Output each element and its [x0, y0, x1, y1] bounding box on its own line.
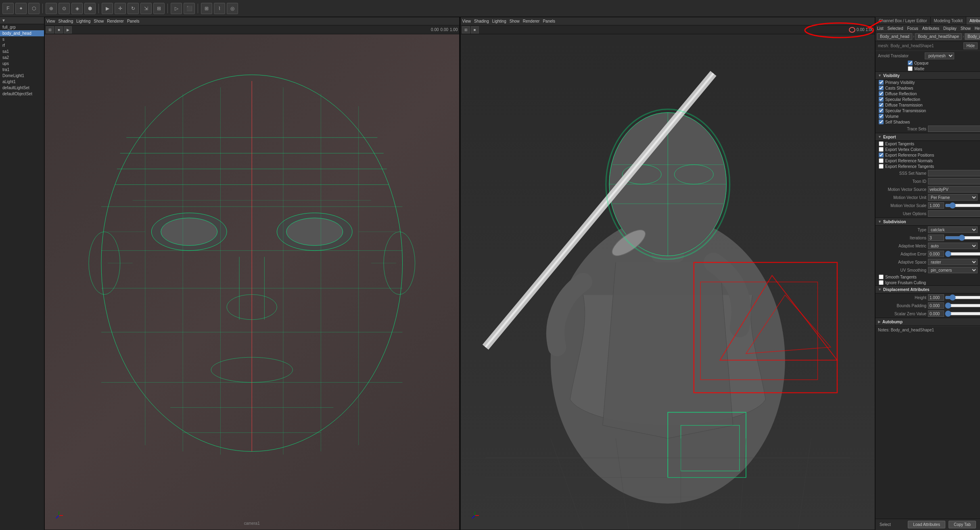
- breadcrumb-body-head[interactable]: Body_and_head: [877, 33, 912, 40]
- arnold-translator-select[interactable]: polymesh: [925, 52, 954, 59]
- motion-vector-unit-select[interactable]: Per Frame: [928, 194, 978, 201]
- smooth-tangents-checkbox[interactable]: [879, 274, 884, 279]
- subdiv-iterations-slider[interactable]: [945, 235, 980, 241]
- primary-visibility-checkbox[interactable]: [879, 80, 884, 85]
- attr-menu-attributes[interactable]: Attributes: [922, 26, 939, 31]
- sidebar-item-domelight1[interactable]: DomeLight1: [0, 73, 44, 79]
- adaptive-error-slider[interactable]: [945, 251, 980, 257]
- displacement-height-number[interactable]: [928, 294, 944, 301]
- scale-tool-icon[interactable]: ⇲: [140, 3, 152, 14]
- vp-left-menu-lighting[interactable]: Lighting: [76, 19, 90, 23]
- motion-vector-source-input[interactable]: [928, 186, 980, 193]
- sidebar-item-tra1[interactable]: tra1: [0, 67, 44, 73]
- motion-vector-scale-number[interactable]: [928, 202, 944, 209]
- sidebar-item-ups[interactable]: ups: [0, 61, 44, 67]
- vp-left-menu-view[interactable]: View: [46, 19, 55, 23]
- load-attributes-button[interactable]: Load Attributes: [908, 521, 945, 528]
- specular-transmission-checkbox[interactable]: [879, 108, 884, 113]
- sidebar-item-sa1[interactable]: sa1: [0, 48, 44, 54]
- sidebar-item-defaultlightset[interactable]: defaultLightSet: [0, 85, 44, 91]
- breadcrumb-body-headshape1[interactable]: Body_and_headShape1: [965, 33, 980, 40]
- vp-right-tool-1[interactable]: ⊞: [462, 26, 470, 34]
- scalar-zero-value-slider[interactable]: [945, 311, 980, 316]
- subdiv-iterations-number[interactable]: [928, 235, 944, 241]
- vp-right-menu-panels[interactable]: Panels: [543, 19, 555, 23]
- vp-right-menu-shading[interactable]: Shading: [474, 19, 489, 23]
- volume-checkbox[interactable]: [879, 114, 884, 119]
- toolbar-icon-2[interactable]: ⬡: [28, 3, 40, 14]
- subdivision-section-header[interactable]: ▼ Subdivision: [876, 218, 980, 226]
- vp-left-menu-panels[interactable]: Panels: [127, 19, 140, 23]
- viewport-right[interactable]: View Shading Lighting Show Renderer Pane…: [460, 17, 876, 530]
- export-reference-normals-checkbox[interactable]: [879, 158, 884, 163]
- sidebar-collapse-icon[interactable]: ▼: [2, 18, 6, 23]
- ipr-icon[interactable]: ⬛: [184, 3, 195, 14]
- vp-right-record-btn[interactable]: [849, 27, 855, 33]
- sidebar-item-body-head[interactable]: body_and_head: [0, 30, 44, 36]
- export-tangents-checkbox[interactable]: [879, 141, 884, 146]
- toolbar-icon-6[interactable]: ⬢: [84, 3, 96, 14]
- adaptive-space-select[interactable]: raster: [928, 259, 978, 265]
- vp-right-tool-2[interactable]: ■: [471, 26, 479, 34]
- hide-button[interactable]: Hide: [963, 42, 978, 49]
- vp-left-menu-shading[interactable]: Shading: [59, 19, 73, 23]
- move-tool-icon[interactable]: ✛: [115, 3, 126, 14]
- diffuse-reflection-checkbox[interactable]: [879, 91, 884, 96]
- opaque-checkbox[interactable]: [908, 61, 913, 65]
- sss-set-name-input[interactable]: [928, 170, 980, 176]
- sidebar-item-defaultobjectset[interactable]: defaultObjectSet: [0, 91, 44, 97]
- rotate-tool-icon[interactable]: ↻: [127, 3, 139, 14]
- sidebar-item-full-grp[interactable]: full_grp: [0, 24, 44, 30]
- attr-menu-selected[interactable]: Selected: [888, 26, 903, 31]
- export-section-header[interactable]: ▼ Export: [876, 133, 980, 141]
- tab-modeling-toolkit[interactable]: Modeling Toolkit: [931, 17, 967, 25]
- vp-left-tool-3[interactable]: ▶: [64, 26, 72, 34]
- vp-right-menu-lighting[interactable]: Lighting: [492, 19, 506, 23]
- attr-menu-show[interactable]: Show: [961, 26, 971, 31]
- bounds-padding-slider[interactable]: [945, 303, 980, 308]
- adaptive-error-number[interactable]: [928, 251, 944, 257]
- trace-sets-input[interactable]: [928, 126, 980, 132]
- attr-menu-list[interactable]: List: [877, 26, 884, 31]
- subdiv-type-select[interactable]: catclark: [928, 226, 978, 233]
- toolbar-icon-4[interactable]: ⊙: [59, 3, 70, 14]
- motion-vector-scale-slider[interactable]: [945, 203, 980, 208]
- breadcrumb-body-headshape[interactable]: Body_and_headShape: [915, 33, 962, 40]
- snap-point-icon[interactable]: ◎: [227, 3, 238, 14]
- copy-tab-button[interactable]: Copy Tab: [949, 521, 976, 528]
- uv-smoothing-select[interactable]: pin_corners: [928, 267, 978, 273]
- scalar-zero-value-number[interactable]: [928, 310, 944, 317]
- vp-right-menu-show[interactable]: Show: [510, 19, 520, 23]
- toon-id-input[interactable]: [928, 178, 980, 184]
- attr-menu-help[interactable]: Help: [975, 26, 980, 31]
- sidebar-item-alight1[interactable]: aLight1: [0, 79, 44, 85]
- vp-left-tool-1[interactable]: ⊞: [46, 26, 54, 34]
- autobump-section-header[interactable]: ▶ Autobump: [876, 318, 980, 326]
- toolbar-icon-1[interactable]: ✦: [15, 3, 27, 14]
- bounds-padding-number[interactable]: [928, 302, 944, 309]
- sidebar-item-s[interactable]: s: [0, 36, 44, 42]
- attr-menu-focus[interactable]: Focus: [907, 26, 918, 31]
- viewport-left[interactable]: View Shading Lighting Show Renderer Pane…: [44, 17, 460, 530]
- export-vertex-colors-checkbox[interactable]: [879, 147, 884, 152]
- ignore-frustum-culling-checkbox[interactable]: [879, 280, 884, 285]
- sidebar-item-sa2[interactable]: sa2: [0, 54, 44, 61]
- toolbar-icon-3[interactable]: ⊕: [46, 3, 57, 14]
- attr-menu-display[interactable]: Display: [943, 26, 957, 31]
- displacement-section-header[interactable]: ▼ Displacement Attributes: [876, 285, 980, 293]
- universal-tool-icon[interactable]: ⊞: [153, 3, 165, 14]
- visibility-section-header[interactable]: ▼ Visibility: [876, 71, 980, 80]
- tab-channel-box[interactable]: Channel Box / Layer Editor: [876, 17, 931, 25]
- matte-checkbox[interactable]: [908, 66, 913, 71]
- vp-left-menu-renderer[interactable]: Renderer: [107, 19, 124, 23]
- snap-grid-icon[interactable]: ⊞: [201, 3, 212, 14]
- specular-reflection-checkbox[interactable]: [879, 97, 884, 102]
- vp-right-menu-renderer[interactable]: Renderer: [523, 19, 540, 23]
- export-reference-positions-checkbox[interactable]: [879, 153, 884, 157]
- self-shadows-checkbox[interactable]: [879, 119, 884, 124]
- vp-left-tool-2[interactable]: ■: [55, 26, 63, 34]
- casts-shadows-checkbox[interactable]: [879, 86, 884, 90]
- snap-curve-icon[interactable]: ⌇: [214, 3, 225, 14]
- render-icon[interactable]: ▷: [171, 3, 182, 14]
- toolbar-icon-5[interactable]: ◈: [71, 3, 83, 14]
